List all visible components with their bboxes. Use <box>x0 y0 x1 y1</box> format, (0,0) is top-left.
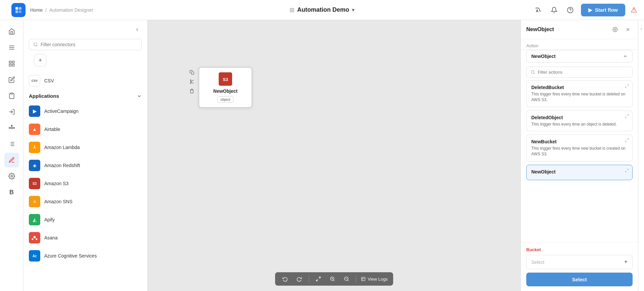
help-button[interactable] <box>565 5 576 15</box>
svg-rect-9 <box>12 61 14 63</box>
svg-line-57 <box>534 73 534 74</box>
airtable-icon: ▲ <box>29 124 40 135</box>
view-logs-icon <box>361 277 366 281</box>
action-item-title: DeletedObject <box>531 115 628 120</box>
svg-line-59 <box>626 86 627 88</box>
svg-line-41 <box>319 277 320 279</box>
sidebar-item-list[interactable] <box>4 137 19 151</box>
breadcrumb-home[interactable]: Home <box>30 7 43 13</box>
action-dropdown[interactable]: NewObject <box>526 50 633 63</box>
canvas-bottom-toolbar: View Logs <box>275 272 393 286</box>
connector-name-asana: Asana <box>44 235 58 240</box>
collapse-panel-button[interactable] <box>132 25 142 34</box>
node-card[interactable]: S3 NewObject object <box>199 67 252 108</box>
svg-line-62 <box>627 139 629 140</box>
action-dropdown-name: NewObject <box>531 54 555 59</box>
apify-icon: ◭ <box>29 214 40 225</box>
action-item-desc: This trigger fires every time new bucket… <box>531 146 628 157</box>
svg-point-35 <box>190 80 191 80</box>
list-item[interactable]: ◭ Apify <box>23 211 147 229</box>
action-item-desc: This trigger fires every time new bucket… <box>531 91 628 103</box>
sidebar-item-settings[interactable] <box>4 169 19 184</box>
list-item[interactable]: CSV CSV <box>23 72 147 90</box>
list-item[interactable]: ▲ Airtable <box>23 120 147 138</box>
title-chevron-icon[interactable]: ▾ <box>352 7 355 13</box>
action-item-expand-icon <box>625 114 629 119</box>
list-item[interactable]: Asana <box>23 229 147 247</box>
svg-line-48 <box>347 280 348 281</box>
amazon-lambda-icon: λ <box>29 142 40 153</box>
right-panel-close-button[interactable] <box>623 25 633 34</box>
connectors-panel: + CSV CSV Applications ▶ Acti <box>23 20 148 291</box>
action-item-expand-icon <box>625 84 629 89</box>
svg-line-42 <box>316 279 318 281</box>
action-item-new-bucket[interactable]: NewBucket This trigger fires every time … <box>526 135 633 161</box>
sidebar-item-b[interactable]: B <box>4 185 19 200</box>
list-item[interactable]: S3 Amazon S3 <box>23 174 147 193</box>
svg-point-56 <box>531 71 534 74</box>
connectors-list: CSV CSV Applications ▶ ActiveCampaign ▲ <box>23 72 147 291</box>
canvas-node-newobject: S3 NewObject object <box>188 67 252 108</box>
redo-button[interactable] <box>294 274 304 284</box>
applications-section-header[interactable]: Applications <box>23 90 147 102</box>
fit-view-button[interactable] <box>314 274 323 284</box>
list-item[interactable]: Az Azure Cognitive Services <box>23 247 147 265</box>
select-button[interactable]: Select <box>526 273 633 286</box>
svg-line-64 <box>627 169 629 170</box>
zoom-in-button[interactable] <box>328 274 337 284</box>
sidebar-item-edit[interactable] <box>4 72 19 87</box>
canvas-area[interactable]: S3 NewObject object <box>148 20 521 291</box>
sidebar-item-home[interactable] <box>4 24 19 39</box>
filter-actions-search[interactable] <box>526 67 633 78</box>
title-grid-icon: ⊞ <box>289 6 294 14</box>
right-edge-collapse[interactable] <box>638 20 644 291</box>
connector-name-azure-cognitive: Azure Cognitive Services <box>44 253 97 259</box>
list-item[interactable]: ▶ ActiveCampaign <box>23 102 147 120</box>
filter-connectors-search[interactable] <box>29 39 142 50</box>
svg-point-14 <box>11 127 12 129</box>
node-cut-button[interactable] <box>188 78 196 86</box>
sidebar-item-login[interactable] <box>4 104 19 119</box>
sidebar-item-clipboard[interactable] <box>4 88 19 103</box>
actions-list: DeletedBucket This trigger fires every t… <box>521 80 638 242</box>
list-item[interactable]: λ Amazon Lambda <box>23 138 147 156</box>
sidebar-icons: B <box>0 20 23 291</box>
connector-csv-icon: CSV <box>29 75 40 86</box>
node-copy-button[interactable] <box>188 68 196 76</box>
notification-button[interactable] <box>549 5 559 15</box>
svg-point-30 <box>34 236 36 238</box>
action-item-new-object[interactable]: NewObject <box>526 165 633 180</box>
sidebar-item-menu[interactable] <box>4 40 19 55</box>
action-item-deleted-bucket[interactable]: DeletedBucket This trigger fires every t… <box>526 80 633 107</box>
node-delete-button[interactable] <box>188 87 196 95</box>
breadcrumb-separator: / <box>45 7 47 13</box>
sidebar-item-dashboard[interactable] <box>4 56 19 71</box>
action-item-deleted-object[interactable]: DeletedObject This trigger fires every t… <box>526 111 633 132</box>
brand-logo[interactable] <box>7 3 30 17</box>
svg-line-65 <box>626 171 627 172</box>
right-panel: NewObject Action NewObject <box>521 20 638 291</box>
filter-actions-input[interactable] <box>538 70 628 75</box>
filter-connectors-input[interactable] <box>41 42 138 47</box>
view-logs-button[interactable]: View Logs <box>361 277 388 282</box>
node-card-badge: object <box>217 96 233 102</box>
list-item[interactable]: ◈ Amazon Redshift <box>23 156 147 174</box>
svg-line-29 <box>37 46 38 47</box>
connector-name-amazon-lambda: Amazon Lambda <box>44 145 80 150</box>
action-item-expand-icon <box>625 138 629 143</box>
right-panel-gear-button[interactable] <box>610 25 620 34</box>
node-card-title: NewObject <box>213 88 237 94</box>
list-item[interactable]: ≡ Amazon SNS <box>23 193 147 211</box>
action-dropdown-chevron-icon <box>623 54 628 59</box>
sidebar-item-flow[interactable] <box>4 121 19 135</box>
bucket-select-dropdown[interactable]: Select + <box>526 255 633 269</box>
connector-name-activecampaign: ActiveCampaign <box>44 108 78 114</box>
sidebar-item-pen[interactable] <box>4 153 19 167</box>
translate-button[interactable] <box>533 5 543 15</box>
start-flow-button[interactable]: ▶ Start flow <box>581 4 625 16</box>
undo-button[interactable] <box>280 274 290 284</box>
svg-line-44 <box>333 280 334 281</box>
connector-name-csv: CSV <box>44 78 54 83</box>
zoom-out-button[interactable] <box>342 274 351 284</box>
add-connector-button[interactable]: + <box>34 54 46 66</box>
